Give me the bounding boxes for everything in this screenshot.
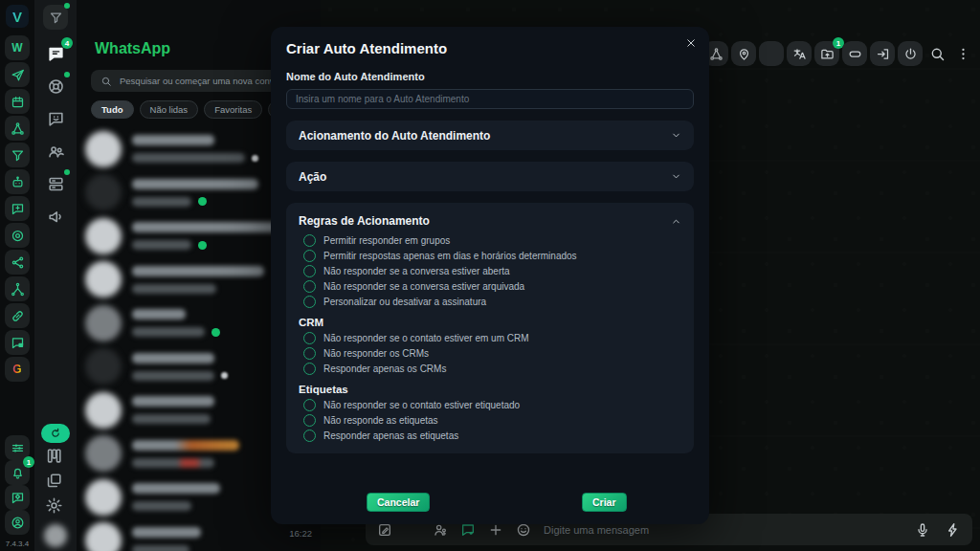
person-circle-icon <box>11 516 25 530</box>
chat-gear-icon <box>765 47 779 61</box>
sidebar-item-target[interactable] <box>5 223 30 248</box>
sidebar-item-chat-lock[interactable] <box>5 330 30 355</box>
filter-chip-não-lidas[interactable]: Não lidas <box>140 100 199 119</box>
filter-chip-tudo[interactable]: Tudo <box>91 100 134 119</box>
sidebar-item-link[interactable] <box>5 303 30 328</box>
toolbar-logout-button[interactable] <box>870 41 895 66</box>
toolbar-search-button[interactable] <box>925 41 948 66</box>
inner-sidebar-bottom-items <box>41 424 70 518</box>
sidebar-item-google-g[interactable]: G <box>5 357 30 382</box>
chat-second-line <box>132 545 321 551</box>
nav-item-chat-smiley[interactable] <box>43 106 68 131</box>
toolbar-pin-button[interactable] <box>731 41 756 66</box>
rule-option[interactable]: Permitir respostas apenas em dias e horá… <box>303 250 681 262</box>
rule-option[interactable]: Não responder se o contato estiver em um… <box>303 332 681 344</box>
notification-badge: 4 <box>61 37 73 49</box>
app-version: 7.4.3.4 <box>6 540 29 548</box>
bell-icon <box>11 466 25 480</box>
sidebar-item-calendar[interactable] <box>5 89 30 114</box>
nav-item-inbox[interactable] <box>43 171 68 196</box>
chat-smiley-icon <box>47 110 65 128</box>
outer-sidebar-items: WG <box>5 35 30 382</box>
create-button[interactable]: Criar <box>582 493 627 512</box>
cancel-button[interactable]: Cancelar <box>367 493 430 512</box>
chat-plus-icon <box>11 202 25 216</box>
accordion-title: Ação <box>299 170 326 184</box>
sidebar-item-paper-plane[interactable] <box>5 62 30 87</box>
nav-item-windows-stack[interactable] <box>41 468 66 493</box>
sidebar-item-bell[interactable]: 1 <box>5 460 30 485</box>
avatar <box>85 392 122 429</box>
rule-option[interactable]: Responder apenas as etiquetas <box>303 430 681 442</box>
avatar <box>85 174 122 210</box>
radio-icon <box>303 332 316 344</box>
rule-option[interactable]: Não responder os CRMs <box>303 347 681 360</box>
power-icon <box>903 47 918 61</box>
rule-option[interactable]: Responder apenas os CRMs <box>303 363 681 375</box>
filter-chip-favoritas[interactable]: Favoritas <box>204 100 262 119</box>
unread-badge <box>198 197 207 206</box>
avatar <box>85 131 122 167</box>
close-icon[interactable] <box>683 35 699 54</box>
composer-right-icons <box>915 522 961 538</box>
translate-icon <box>792 47 807 61</box>
composer-bolt-button[interactable] <box>946 522 961 538</box>
composer-mic-button[interactable] <box>915 522 930 538</box>
toolbar-power-button[interactable] <box>898 41 923 66</box>
nav-item-gear[interactable] <box>41 493 66 518</box>
user-avatar[interactable] <box>44 524 67 547</box>
mic-icon <box>915 522 930 538</box>
redacted-name-line <box>132 353 214 364</box>
rule-option[interactable]: Personalizar ou desativar a assinatura <box>303 296 681 308</box>
autoattend-name-input[interactable] <box>286 89 694 109</box>
inner-sidebar-bottom <box>41 424 70 547</box>
nav-item-chat-filled[interactable]: 4 <box>43 41 68 66</box>
toolbar-folder-up-button[interactable]: 1 <box>814 41 839 66</box>
nav-item-kanban[interactable] <box>41 443 66 468</box>
rule-option-label: Personalizar ou desativar a assinatura <box>323 297 486 307</box>
sidebar-item-chat-plus[interactable] <box>5 196 30 221</box>
rule-option[interactable]: Não responder se a conversa estiver arqu… <box>303 280 681 293</box>
radio-icon <box>303 347 316 360</box>
hub-icon <box>709 47 724 61</box>
rules-section: Regras de Acionamento Permitir responder… <box>286 203 694 453</box>
sidebar-item-robot[interactable] <box>5 169 30 194</box>
redacted-message-line <box>132 327 205 337</box>
nav-item-headset[interactable] <box>43 74 68 99</box>
rule-option[interactable]: Não responder se o contato estiver etiqu… <box>303 399 681 411</box>
sidebar-item-gear-chat[interactable] <box>5 485 30 510</box>
redacted-name-line <box>132 440 239 451</box>
rule-option[interactable]: Não responder se a conversa estiver aber… <box>303 265 681 277</box>
tag-pill-icon <box>848 47 862 61</box>
accordion-title: Acionamento do Auto Atendimento <box>299 129 490 143</box>
rules-accordion-header[interactable]: Regras de Acionamento <box>299 210 681 231</box>
toolbar-kebab-button[interactable] <box>951 41 974 66</box>
sidebar-item-person-circle[interactable] <box>5 510 30 535</box>
radio-icon <box>303 399 316 411</box>
radio-icon <box>303 414 316 427</box>
search-icon <box>100 76 112 87</box>
sidebar-item-whatsapp-w[interactable]: W <box>5 35 30 60</box>
sidebar-item-funnel[interactable] <box>5 143 30 167</box>
accordion-section[interactable]: Acionamento do Auto Atendimento <box>286 121 694 150</box>
rule-option-label: Não responder se o contato estiver em um… <box>323 333 529 343</box>
sidebar-item-hub[interactable] <box>5 116 30 141</box>
sidebar-item-share-nodes[interactable] <box>5 250 30 275</box>
nav-item-megaphone[interactable] <box>43 204 68 229</box>
rule-option[interactable]: Não responde as etiquetas <box>303 414 681 427</box>
sidebar-item-tri-hub[interactable] <box>5 276 30 301</box>
rule-option[interactable]: Permitir responder em grupos <box>303 234 681 247</box>
nav-item-people[interactable] <box>43 139 68 164</box>
filter-button[interactable] <box>43 5 68 30</box>
toolbar-translate-button[interactable] <box>787 41 812 66</box>
radio-icon <box>303 280 316 293</box>
chevron-up-icon <box>671 216 681 227</box>
app-logo[interactable]: V <box>6 5 29 28</box>
redacted-name-line <box>132 483 220 494</box>
accordion-section[interactable]: Ação <box>286 162 694 191</box>
people-icon <box>47 143 65 161</box>
redacted-name-line <box>132 527 201 538</box>
sync-toggle[interactable] <box>41 424 70 443</box>
toolbar-chat-gear-button[interactable] <box>759 41 784 66</box>
toolbar-tag-pill-button[interactable] <box>842 41 867 66</box>
